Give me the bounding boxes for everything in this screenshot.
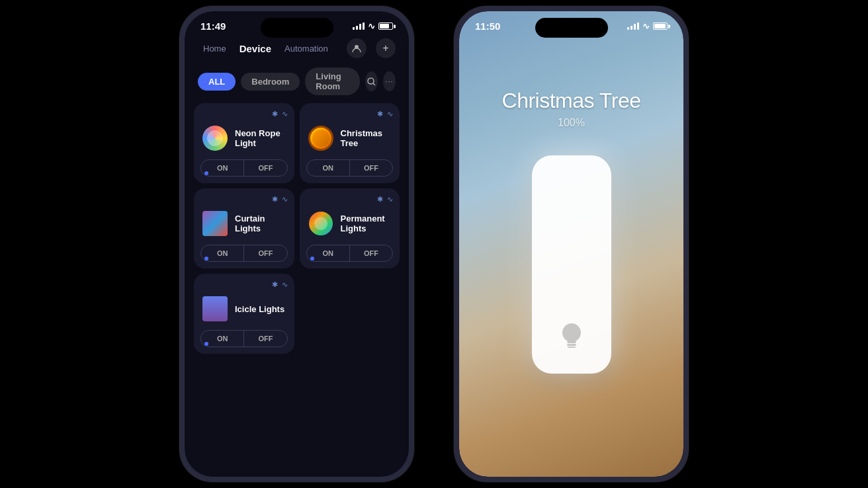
device-card-icicle[interactable]: ✱ ∿ Icicle Lights ON OFF	[194, 274, 294, 354]
filter-all[interactable]: ALL	[198, 73, 236, 91]
more-button[interactable]: ···	[383, 71, 396, 91]
signal-icon-1	[353, 22, 365, 30]
permanent-icon	[306, 209, 335, 238]
curtain-dot	[204, 257, 208, 261]
status-icons-1: ∿	[353, 21, 393, 31]
bluetooth-icon: ✱	[272, 280, 278, 289]
neon-off-btn[interactable]: OFF	[244, 160, 286, 176]
wifi-card-icon: ∿	[282, 110, 288, 118]
more-icon: ···	[385, 77, 393, 85]
wifi-card-icon: ∿	[387, 110, 393, 118]
search-icon	[367, 77, 376, 86]
christmas-icon	[306, 124, 335, 153]
bluetooth-icon: ✱	[377, 110, 383, 118]
wifi-icon-2: ∿	[642, 21, 650, 31]
bluetooth-icon: ✱	[272, 195, 278, 204]
christmas-on-btn[interactable]: ON	[307, 160, 349, 176]
signal-icon-2	[627, 22, 639, 30]
card-icons: ✱ ∿	[306, 110, 394, 118]
signal-bar	[359, 24, 361, 30]
nav-home[interactable]: Home	[198, 41, 232, 56]
device-card-curtain[interactable]: ✱ ∿ Curtain Lights ON OFF	[194, 188, 294, 268]
status-icons-2: ∿	[627, 21, 668, 31]
icicle-device-name: Icicle Lights	[235, 304, 288, 314]
device-card-christmas[interactable]: ✱ ∿ Christmas Tree ON	[300, 103, 400, 183]
battery-icon-1	[378, 22, 393, 30]
battery-fill-2	[654, 24, 666, 28]
nav-bar: Home Device Automation +	[185, 36, 409, 65]
icicle-dot	[204, 342, 208, 346]
signal-bar	[363, 22, 365, 30]
wifi-icon-1: ∿	[368, 21, 375, 31]
christmas-device-name: Christmas Tree	[341, 128, 394, 148]
card-icons: ✱ ∿	[200, 280, 288, 289]
nav-device[interactable]: Device	[234, 40, 277, 57]
device-info-permanent: Permanent Lights	[306, 209, 394, 238]
add-button[interactable]: +	[376, 38, 396, 58]
neon-device-name: Neon Rope Light	[235, 128, 288, 148]
add-icon: +	[382, 42, 388, 54]
device-card-neon-rope[interactable]: ✱ ∿ Neon Rope Light ON OFF	[194, 103, 294, 183]
dynamic-island-1	[261, 18, 333, 38]
light-widget[interactable]	[532, 155, 611, 374]
wifi-card-icon: ∿	[282, 280, 288, 289]
device-info-icicle: Icicle Lights	[200, 294, 288, 323]
neon-icon	[200, 124, 230, 153]
svg-rect-3	[567, 344, 576, 346]
signal-bar	[637, 22, 639, 30]
curtain-device-name: Curtain Lights	[235, 214, 288, 233]
bluetooth-icon: ✱	[272, 110, 278, 118]
detail-screen: Christmas Tree 100%	[459, 36, 683, 477]
card-icons: ✱ ∿	[306, 195, 394, 204]
christmas-toggle: ON OFF	[306, 159, 394, 177]
permanent-toggle: ON OFF	[306, 245, 394, 262]
filter-tabs: ALL Bedroom Living Room ···	[185, 65, 409, 103]
bluetooth-icon: ✱	[377, 195, 383, 204]
card-icons: ✱ ∿	[200, 195, 288, 204]
permanent-device-name: Permanent Lights	[341, 214, 394, 233]
time-display-2: 11:50	[475, 20, 500, 32]
device-info-christmas: Christmas Tree	[306, 124, 394, 153]
device-info-curtain: Curtain Lights	[200, 209, 288, 238]
svg-point-1	[368, 78, 374, 84]
nav-icons: +	[347, 38, 396, 58]
icicle-icon	[200, 294, 230, 323]
wifi-card-icon: ∿	[282, 195, 288, 204]
detail-device-title: Christmas Tree	[502, 89, 641, 113]
signal-bar	[627, 27, 629, 30]
curtain-icon	[200, 209, 230, 238]
neon-dot	[204, 171, 208, 175]
card-icons: ✱ ∿	[200, 110, 288, 118]
wifi-card-icon: ∿	[387, 195, 393, 204]
icicle-toggle: ON OFF	[200, 330, 288, 347]
signal-bar	[353, 27, 355, 30]
phone-1: 11:49 ∿ Home Device Automation	[179, 6, 414, 482]
icicle-off-btn[interactable]: OFF	[244, 331, 286, 346]
signal-bar	[630, 26, 632, 30]
device-card-permanent[interactable]: ✱ ∿ Permanent Lights ON	[300, 188, 400, 268]
permanent-off-btn[interactable]: OFF	[350, 245, 392, 261]
filter-living-room[interactable]: Living Room	[305, 67, 359, 95]
christmas-off-btn[interactable]: OFF	[350, 160, 392, 176]
bulb-svg	[560, 322, 584, 348]
device-info-neon: Neon Rope Light	[200, 124, 288, 153]
neon-toggle: ON OFF	[200, 159, 288, 177]
curtain-toggle: ON OFF	[200, 245, 288, 262]
curtain-off-btn[interactable]: OFF	[244, 245, 286, 261]
signal-bar	[634, 24, 636, 30]
phone-2: 11:50 👤 ∿ Christmas Tree 100%	[454, 6, 689, 482]
svg-line-2	[373, 83, 375, 85]
nav-automation[interactable]: Automation	[279, 41, 333, 56]
battery-icon-2	[653, 22, 668, 30]
search-button[interactable]	[365, 71, 378, 91]
battery-fill	[380, 24, 389, 28]
detail-brightness: 100%	[558, 117, 585, 129]
filter-bedroom[interactable]: Bedroom	[241, 73, 300, 91]
light-bulb-icon	[560, 322, 584, 354]
signal-bar	[356, 26, 358, 30]
svg-rect-4	[568, 346, 576, 348]
profile-button[interactable]	[347, 38, 367, 58]
time-display-1: 11:49	[200, 20, 226, 32]
device-grid: ✱ ∿ Neon Rope Light ON OFF	[185, 103, 409, 354]
dynamic-island-2	[535, 18, 608, 38]
